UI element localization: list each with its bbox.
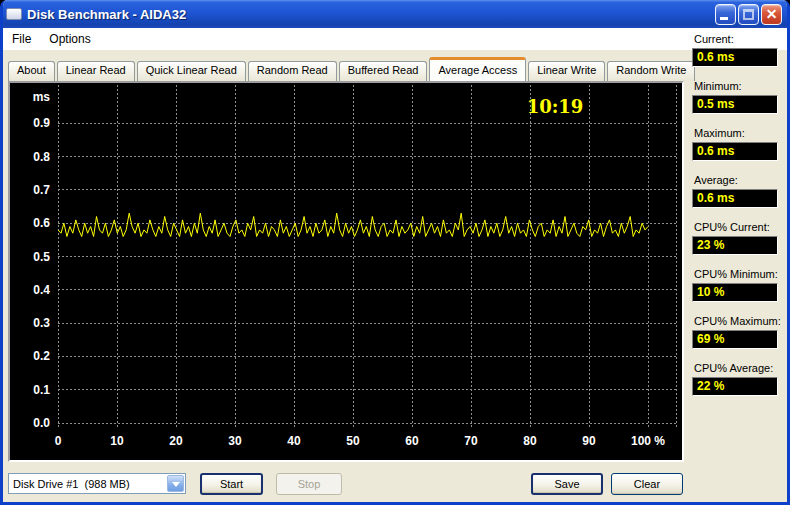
drive-select[interactable]: Disk Drive #1 (988 MB): [8, 473, 186, 494]
svg-text:ms: ms: [33, 90, 51, 104]
stat-label: Average:: [694, 174, 780, 186]
svg-text:0.3: 0.3: [33, 316, 50, 330]
svg-text:0: 0: [55, 434, 62, 448]
start-button[interactable]: Start: [200, 473, 263, 495]
svg-text:70: 70: [464, 434, 478, 448]
drive-select-value: Disk Drive #1 (988 MB): [9, 478, 166, 490]
stat-value: 10 %: [692, 283, 778, 302]
tab-buffered-read[interactable]: Buffered Read: [339, 61, 428, 81]
tab-linear-read[interactable]: Linear Read: [57, 61, 135, 81]
benchmark-chart: 0.00.10.20.30.40.50.60.70.80.9ms01020304…: [8, 81, 684, 462]
close-icon: ✕: [762, 5, 781, 24]
maximize-icon: [743, 9, 754, 20]
tab-about[interactable]: About: [8, 61, 55, 81]
chevron-down-icon: [172, 482, 180, 487]
stat-label: Maximum:: [694, 127, 780, 139]
svg-text:30: 30: [228, 434, 242, 448]
stat-value: 23 %: [692, 236, 778, 255]
tab-average-access[interactable]: Average Access: [429, 57, 526, 81]
svg-text:0.8: 0.8: [33, 150, 50, 164]
minimize-button[interactable]: [715, 4, 736, 25]
tab-random-write[interactable]: Random Write: [607, 61, 695, 81]
chart-canvas: 0.00.10.20.30.40.50.60.70.80.9ms01020304…: [10, 83, 682, 460]
svg-text:50: 50: [346, 434, 360, 448]
stop-button[interactable]: Stop: [276, 473, 342, 495]
svg-text:20: 20: [169, 434, 183, 448]
minimize-icon: [720, 17, 728, 20]
svg-text:100 %: 100 %: [631, 434, 665, 448]
svg-text:10:19: 10:19: [527, 96, 584, 117]
tab-linear-write[interactable]: Linear Write: [528, 61, 605, 81]
close-button[interactable]: ✕: [761, 4, 782, 25]
stat-label: Minimum:: [694, 80, 780, 92]
svg-text:0.6: 0.6: [33, 216, 50, 230]
stat-label: CPU% Maximum:: [694, 315, 780, 327]
stat-value: 0.6 ms: [692, 48, 778, 67]
title-bar[interactable]: Disk Benchmark - AIDA32 ✕: [0, 0, 790, 28]
svg-text:0.2: 0.2: [33, 349, 50, 363]
window-title: Disk Benchmark - AIDA32: [27, 7, 186, 22]
svg-text:0.9: 0.9: [33, 116, 50, 130]
stat-label: CPU% Current:: [694, 221, 780, 233]
svg-text:80: 80: [523, 434, 537, 448]
stat-value: 0.6 ms: [692, 142, 778, 161]
stat-value: 22 %: [692, 377, 778, 396]
svg-text:0.7: 0.7: [33, 183, 50, 197]
clear-button[interactable]: Clear: [611, 473, 683, 495]
save-button[interactable]: Save: [531, 473, 603, 495]
stat-label: CPU% Average:: [694, 362, 780, 374]
stat-value: 69 %: [692, 330, 778, 349]
stats-panel: Current:0.6 msMinimum:0.5 msMaximum:0.6 …: [692, 33, 780, 409]
tab-quick-linear-read[interactable]: Quick Linear Read: [137, 61, 246, 81]
tab-strip: AboutLinear ReadQuick Linear ReadRandom …: [8, 57, 697, 81]
maximize-button[interactable]: [738, 4, 759, 25]
svg-text:90: 90: [582, 434, 596, 448]
svg-text:10: 10: [110, 434, 124, 448]
stat-value: 0.6 ms: [692, 189, 778, 208]
menu-item-options[interactable]: Options: [40, 30, 99, 48]
tab-random-read[interactable]: Random Read: [248, 61, 337, 81]
svg-text:0.1: 0.1: [33, 383, 50, 397]
stat-label: Current:: [694, 33, 780, 45]
svg-text:0.5: 0.5: [33, 250, 50, 264]
stat-value: 0.5 ms: [692, 95, 778, 114]
app-window: Disk Benchmark - AIDA32 ✕ FileOptions Ab…: [0, 0, 790, 505]
app-icon: [6, 8, 22, 20]
menu-bar: FileOptions: [3, 28, 787, 50]
svg-text:0.4: 0.4: [33, 283, 50, 297]
svg-text:40: 40: [287, 434, 301, 448]
dropdown-button[interactable]: [167, 475, 184, 492]
svg-text:60: 60: [405, 434, 419, 448]
stat-label: CPU% Minimum:: [694, 268, 780, 280]
menu-item-file[interactable]: File: [3, 30, 40, 48]
svg-text:0.0: 0.0: [33, 416, 50, 430]
